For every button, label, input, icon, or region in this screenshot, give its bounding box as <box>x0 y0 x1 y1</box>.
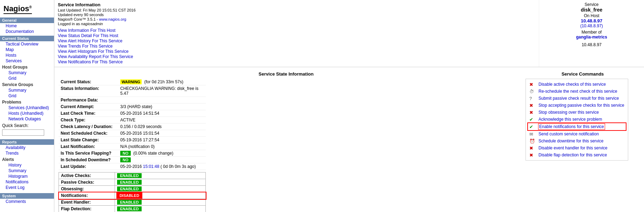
cmd-icon-1: ⏱ <box>528 88 536 94</box>
sidebar-item-comments[interactable]: Comments <box>0 199 54 204</box>
last-updated: Last Updated: Fri May 20 15:01:51 CST 20… <box>58 8 535 12</box>
current-status-value: WARNING (for 0d 21h 33m 57s) <box>118 79 206 85</box>
next-check-label: Next Scheduled Check: <box>59 130 118 137</box>
active-checks-value: ENABLED <box>115 172 206 179</box>
logged-in-line: Logged in as nagiosadmin <box>58 22 535 26</box>
passive-checks-label: Passive Checks: <box>59 179 115 186</box>
cmd-icon-3: ✖ <box>528 102 536 108</box>
status-info-value: CHECKGANGLIA WARNING: disk_free is 5.47 <box>118 85 206 97</box>
sidebar-item-hosts[interactable]: Hosts <box>0 52 54 58</box>
logo-tm: ® <box>29 5 32 9</box>
passive-checks-value: ENABLED <box>115 179 206 186</box>
cmd-label-7[interactable]: Send custom service notification <box>537 131 626 137</box>
sidebar-item-home[interactable]: Home <box>0 23 54 29</box>
current-status-header: Current Status <box>0 36 54 41</box>
link-notifications[interactable]: View Notifications For This Service <box>58 59 535 64</box>
sidebar-item-alerts-history[interactable]: History <box>0 162 54 168</box>
cmd-row-7: ✉ Send custom service notification <box>528 131 626 137</box>
status-info-label: Status Information: <box>59 85 118 97</box>
cmd-row-10: ✖ Disable flap detection for this servic… <box>528 152 626 158</box>
sidebar-item-availability[interactable]: Availability <box>0 145 54 150</box>
sidebar-item-notifications[interactable]: Notifications <box>0 179 54 185</box>
sidebar-item-services-unhandled[interactable]: Services (Unhandled) <box>0 105 54 111</box>
last-update-label: Last Update: <box>59 163 118 170</box>
sidebar-item-host-groups-summary[interactable]: Summary <box>0 70 54 76</box>
active-checks-label: Active Checks: <box>59 172 115 179</box>
service-label: Service <box>543 2 640 7</box>
sidebar-item-services[interactable]: Services <box>0 58 54 64</box>
flapping-label: Is This Service Flapping? <box>59 150 118 157</box>
last-update-value: 05-20-2016 15:01:48 ( 0d 0h 0m 3s ago) <box>118 163 206 170</box>
sidebar-item-service-groups-summary[interactable]: Summary <box>0 87 54 93</box>
cmd-label-3[interactable]: Stop accepting passive checks for this s… <box>537 102 626 108</box>
service-detail-panel: Service disk_free On Host 10.48.8.97 (10… <box>539 0 644 67</box>
flap-detection-label: Flap Detection: <box>59 206 115 212</box>
cmd-row-3: ✖ Stop accepting passive checks for this… <box>528 102 626 108</box>
cmd-row-8: ⏰ Schedule downtime for this service <box>528 138 626 144</box>
quick-search-input[interactable] <box>2 129 44 136</box>
sidebar-item-tactical-overview[interactable]: Tactical Overview <box>0 41 54 47</box>
cmd-icon-2: ? <box>528 95 536 101</box>
cmd-icon-5: ✔ <box>528 116 536 122</box>
problems-label: Problems <box>0 99 54 105</box>
sidebar-item-host-groups-grid[interactable]: Grid <box>0 76 54 81</box>
obsessing-value: ENABLED <box>115 186 206 192</box>
update-interval: Updated every 90 seconds <box>58 13 535 17</box>
last-check-label: Last Check Time: <box>59 110 118 117</box>
cmd-label-8[interactable]: Schedule downtime for this service <box>537 138 626 144</box>
link-alert-history[interactable]: View Alert History For This Service <box>58 38 535 43</box>
link-availability[interactable]: View Availability Report For This Servic… <box>58 54 535 59</box>
link-trends[interactable]: View Trends For This Service <box>58 44 535 49</box>
member-group-link[interactable]: ganglia-metrics <box>576 35 607 40</box>
service-info-title: Service Information <box>58 2 535 7</box>
quick-search-label: Quick Search: <box>0 122 54 129</box>
sidebar-item-alerts-histogram[interactable]: Histogram <box>0 174 54 179</box>
alerts-label: Alerts <box>0 157 54 162</box>
cmd-label-5[interactable]: Acknowledge this service problem <box>537 116 626 122</box>
cmd-icon-9: ✖ <box>528 145 536 151</box>
notifications-label: Notifications: <box>59 192 115 199</box>
sidebar-item-alerts-summary[interactable]: Summary <box>0 168 54 174</box>
cmd-icon-10: ✖ <box>528 152 536 158</box>
flapping-value: NO (0.00% state change) <box>118 150 206 157</box>
link-info-host[interactable]: View Information For This Host <box>58 28 535 33</box>
sidebar-item-hosts-unhandled[interactable]: Hosts (Unhandled) <box>0 111 54 116</box>
sidebar-item-trends[interactable]: Trends <box>0 150 54 156</box>
reports-header: Reports <box>0 139 54 145</box>
host-ip-link[interactable]: (10.48.8.97) <box>580 23 603 28</box>
last-state-change-value: 05-19-2016 17:27:54 <box>118 137 206 143</box>
link-status-detail[interactable]: View Status Detail For This Host <box>58 33 535 38</box>
cmd-label-0[interactable]: Disable active checks of this service <box>537 81 626 87</box>
sidebar-item-event-log[interactable]: Event Log <box>0 185 54 190</box>
sidebar-item-service-groups-grid[interactable]: Grid <box>0 93 54 99</box>
link-alert-histogram[interactable]: View Alert Histogram For This Service <box>58 49 535 54</box>
check-type-label: Check Type: <box>59 117 118 123</box>
commands-title: Service Commands <box>526 71 640 77</box>
event-handler-value: ENABLED <box>115 199 206 206</box>
host-name-link[interactable]: 10.48.8.97 <box>581 18 602 23</box>
flap-detection-value: ENABLED <box>115 206 206 212</box>
cmd-row-1: ⏱ Re-schedule the next check of this ser… <box>528 88 626 94</box>
cmd-label-4[interactable]: Stop obsessing over this service <box>537 109 626 115</box>
nagios-version-line: Nagios® Core™ 3.5.1 - www.nagios.org <box>58 17 535 21</box>
cmd-label-9[interactable]: Disable event handler for this service <box>537 145 626 151</box>
cmd-icon-7: ✉ <box>528 131 536 137</box>
obsessing-label: Obsessing: <box>59 186 115 192</box>
cmd-label-1[interactable]: Re-schedule the next check of this servi… <box>537 88 626 94</box>
next-check-value: 05-20-2016 15:01:54 <box>118 130 206 137</box>
checks-table: Active Checks: ENABLED Passive Checks: E… <box>59 172 206 212</box>
cmd-row-6: ✔ Enable notifications for this service <box>528 123 626 130</box>
state-info-table: Current Status: WARNING (for 0d 21h 33m … <box>59 79 206 170</box>
cmd-label-10[interactable]: Disable flap detection for this service <box>537 152 626 158</box>
last-notification-label: Last Notification: <box>59 143 118 150</box>
sidebar-item-map[interactable]: Map <box>0 47 54 52</box>
cmd-label-6[interactable]: Enable notifications for this service <box>537 123 626 130</box>
info-links: View Information For This Host View Stat… <box>58 28 535 64</box>
cmd-label-2[interactable]: Submit passive check result for this ser… <box>537 95 626 101</box>
cmd-icon-4: ✖ <box>528 109 536 115</box>
sidebar-item-network-outages[interactable]: Network Outages <box>0 116 54 122</box>
cmd-icon-8: ⏰ <box>528 138 536 144</box>
sidebar-item-documentation[interactable]: Documentation <box>0 29 54 34</box>
current-status-label: Current Status: <box>59 79 118 85</box>
check-latency-value: 0.156 / 0.029 seconds <box>118 123 206 130</box>
